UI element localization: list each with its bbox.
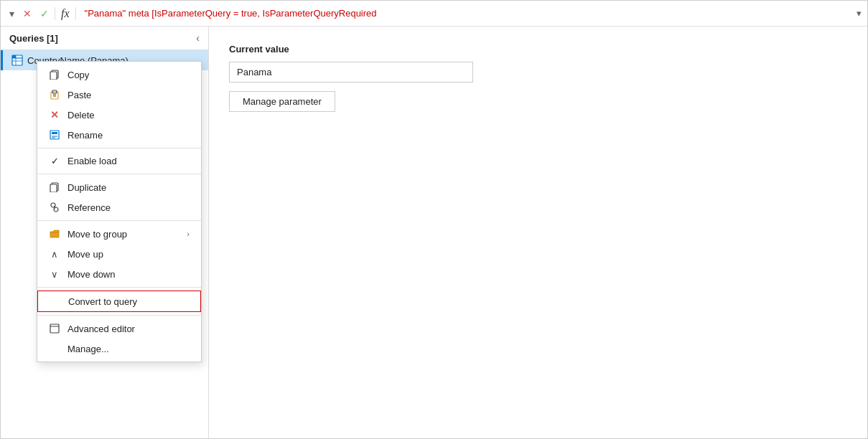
- formula-chevron-down[interactable]: ▾: [6, 6, 17, 21]
- menu-label-duplicate: Duplicate: [67, 182, 190, 193]
- advanced-editor-icon: [49, 323, 60, 334]
- menu-label-advanced-editor: Advanced editor: [67, 324, 190, 334]
- menu-separator-1: [37, 148, 201, 148]
- current-value-input[interactable]: [229, 62, 473, 82]
- context-menu: Copy Paste ✕: [37, 61, 202, 362]
- menu-label-reference: Reference: [67, 202, 190, 213]
- duplicate-icon: [49, 181, 60, 193]
- menu-item-rename[interactable]: Rename: [37, 125, 201, 145]
- menu-item-convert-to-query[interactable]: Convert to query: [37, 291, 201, 312]
- menu-item-copy[interactable]: Copy: [37, 65, 201, 85]
- current-value-label: Current value: [229, 44, 847, 55]
- convert-icon: [50, 296, 61, 307]
- content-area: Current value Manage parameter: [209, 27, 867, 438]
- formula-text: "Panama" meta [IsParameterQuery = true, …: [79, 8, 854, 19]
- menu-label-move-down: Move down: [67, 269, 190, 280]
- folder-icon: [49, 228, 60, 240]
- menu-separator-3: [37, 220, 201, 221]
- sidebar-header: Queries [1] ‹: [1, 27, 208, 50]
- formula-bar: ▾ ✕ ✓ fx "Panama" meta [IsParameterQuery…: [1, 1, 867, 27]
- menu-item-enable-load[interactable]: ✓ Enable load: [37, 151, 201, 171]
- svg-rect-18: [50, 324, 59, 333]
- main-area: Queries [1] ‹ CountryName (Panama): [1, 27, 867, 438]
- menu-label-convert-to-query: Convert to query: [68, 296, 189, 307]
- menu-label-rename: Rename: [67, 130, 190, 141]
- menu-label-copy: Copy: [67, 70, 190, 80]
- menu-item-paste[interactable]: Paste: [37, 85, 201, 105]
- copy-icon: [49, 69, 60, 80]
- rename-icon: [49, 129, 60, 141]
- menu-item-delete[interactable]: ✕ Delete: [37, 105, 201, 125]
- menu-item-move-down[interactable]: ∨ Move down: [37, 264, 201, 284]
- submenu-arrow-icon: ›: [187, 230, 190, 238]
- enable-load-checkmark: ✓: [49, 156, 60, 166]
- svg-rect-6: [50, 72, 57, 80]
- menu-item-advanced-editor[interactable]: Advanced editor: [37, 318, 201, 339]
- menu-item-reference[interactable]: Reference: [37, 197, 201, 217]
- menu-item-move-up[interactable]: ∧ Move up: [37, 244, 201, 264]
- manage-parameter-button[interactable]: Manage parameter: [229, 91, 335, 112]
- delete-icon: ✕: [49, 109, 60, 121]
- menu-label-paste: Paste: [67, 90, 190, 100]
- table-icon: [11, 55, 23, 66]
- collapse-sidebar-button[interactable]: ‹: [196, 32, 200, 44]
- sidebar: Queries [1] ‹ CountryName (Panama): [1, 27, 209, 438]
- svg-rect-16: [50, 184, 57, 192]
- move-up-icon: ∧: [49, 248, 60, 260]
- menu-label-move-to-group: Move to group: [67, 229, 179, 240]
- paste-icon: [49, 89, 60, 100]
- reference-icon: [49, 202, 60, 213]
- menu-label-move-up: Move up: [67, 249, 190, 260]
- fx-icon: fx: [55, 7, 76, 20]
- menu-item-manage[interactable]: Manage...: [37, 339, 201, 359]
- menu-separator-2: [37, 174, 201, 174]
- menu-separator-4: [37, 287, 201, 288]
- menu-label-manage: Manage...: [67, 344, 190, 354]
- menu-item-move-to-group[interactable]: Move to group ›: [37, 224, 201, 244]
- menu-separator-5: [37, 315, 201, 316]
- menu-label-delete: Delete: [67, 110, 190, 121]
- confirm-icon[interactable]: ✓: [37, 6, 52, 21]
- cancel-icon[interactable]: ✕: [20, 6, 34, 21]
- menu-label-enable-load: Enable load: [67, 156, 190, 166]
- menu-item-duplicate[interactable]: Duplicate: [37, 177, 201, 197]
- formula-expand-icon[interactable]: ▾: [857, 8, 862, 19]
- svg-rect-12: [52, 132, 57, 134]
- sidebar-title: Queries [1]: [9, 33, 58, 44]
- svg-rect-4: [12, 55, 16, 58]
- move-down-icon: ∨: [49, 268, 60, 280]
- manage-icon: [49, 343, 60, 354]
